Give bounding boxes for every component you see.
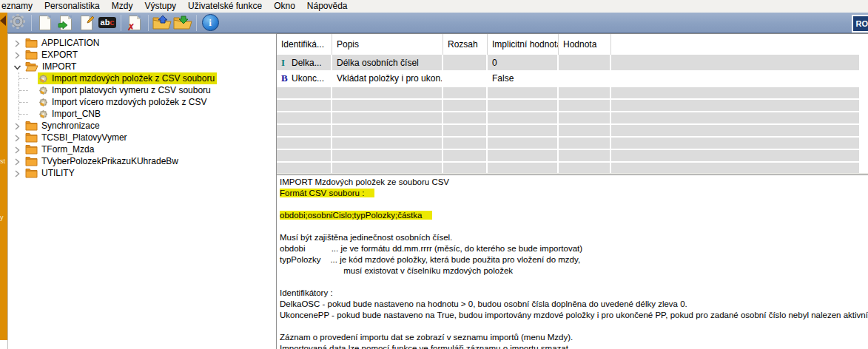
cell-identifier: I Delka...	[277, 55, 332, 70]
new-document-button[interactable]	[36, 13, 55, 33]
tree-item-label: TCSBI_PlatovyVymer	[41, 132, 127, 143]
cell-identifier: B Ukonc...	[277, 70, 332, 86]
description-line: musí existovat v číselníku mzdových polo…	[280, 265, 868, 277]
empty-grid-rows	[277, 87, 868, 174]
tree-item[interactable]: IMPORT	[8, 61, 276, 72]
info-button[interactable]: i	[201, 13, 220, 33]
rename-button[interactable]: abc	[98, 13, 117, 33]
tree-item[interactable]: UTILITY	[8, 167, 276, 179]
menu-item[interactable]: Nápověda	[301, 0, 354, 13]
tree-item-label: Import_CNB	[52, 109, 101, 119]
node-icon	[25, 121, 38, 131]
tree-item-label: APPLICATION	[41, 38, 99, 48]
delete-document-button[interactable]: ✗	[125, 13, 144, 33]
chevron-icon[interactable]	[13, 134, 21, 142]
tree-item[interactable]: EXPORT	[8, 49, 276, 61]
description-line: DelkaOSC - pokud bude nastaveno na hodno…	[280, 299, 868, 310]
chevron-icon[interactable]	[13, 146, 21, 154]
node-icon	[38, 98, 48, 107]
cell-popis: Délka osobních čísel	[332, 55, 443, 70]
import-document-button[interactable]	[56, 13, 75, 33]
chevron-icon[interactable]	[13, 51, 21, 59]
tree-item-label: TVyberPolozekPrikazuKUhradeBw	[41, 156, 178, 166]
menu-item[interactable]: Personalistika	[38, 0, 106, 13]
cell-implicitni: 0	[488, 55, 559, 70]
description-line: UkoncenePP - pokud bude nastaveno na Tru…	[280, 310, 868, 321]
abc-icon: abc	[98, 17, 117, 28]
description-line: Identifikátory :	[280, 288, 868, 299]
column-header-hodnota[interactable]: Hodnota	[559, 34, 611, 55]
description-line	[280, 321, 868, 332]
collapse-arrow-icon[interactable]	[0, 16, 6, 26]
node-icon	[25, 50, 38, 60]
type-letter-icon: I	[281, 57, 292, 69]
description-line: Formát CSV souboru :	[280, 188, 868, 199]
chevron-icon[interactable]	[13, 39, 21, 47]
menu-item[interactable]: eznamy	[0, 0, 38, 13]
tree-item[interactable]: TForm_Mzda	[8, 143, 276, 155]
grid-header: Identifiká... Popis Rozsah Implicitní ho…	[277, 34, 859, 55]
open-folder-export-icon	[173, 16, 192, 30]
chevron-icon[interactable]	[13, 169, 21, 177]
description-panel: IMPORT Mzdových položek ze souboru CSV F…	[277, 174, 868, 349]
column-header-rozsah[interactable]: Rozsah	[443, 34, 488, 55]
tree-item[interactable]: Import platovych vymeru z CSV souboru	[8, 84, 276, 96]
node-icon	[25, 61, 38, 72]
tree-item[interactable]: TCSBI_PlatovyVymer	[8, 132, 276, 143]
menu-item[interactable]: Okno	[268, 0, 301, 13]
description-line	[280, 199, 868, 210]
tree-item[interactable]: Synchronizace	[8, 120, 276, 132]
column-header-identifier[interactable]: Identifiká...	[277, 34, 332, 55]
tree-item-label: Import vícero mzdových položek z CSV	[52, 97, 206, 107]
column-header-implicitni[interactable]: Implicitní hodnota	[488, 34, 559, 55]
table-row[interactable]: I Delka... Délka osobních čísel 0	[277, 55, 859, 70]
tree-item[interactable]: Import_CNB	[8, 108, 276, 120]
menu-item[interactable]: Mzdy	[106, 0, 139, 13]
description-line: Musí být zajištěna jedinečnost osobních …	[280, 232, 868, 243]
side-panel-label: y	[0, 214, 4, 221]
cell-hodnota	[559, 70, 611, 86]
table-row[interactable]: B Ukonc... Vkládat položky i pro ukon...…	[277, 70, 859, 86]
grid-rows: I Delka... Délka osobních čísel 0 B Ukon…	[277, 55, 868, 86]
empty-table-row	[277, 112, 859, 123]
chevron-icon[interactable]	[13, 157, 21, 166]
column-header-popis[interactable]: Popis	[332, 34, 443, 55]
cell-hodnota	[559, 55, 611, 70]
new-document-icon	[39, 16, 51, 30]
toolbar: abc ✗ i RO	[7, 13, 868, 33]
settings-button[interactable]	[8, 13, 27, 33]
chevron-icon[interactable]	[13, 122, 21, 130]
menu-item[interactable]: Výstupy	[138, 0, 182, 13]
tree-item[interactable]: TVyberPolozekPrikazuKUhradeBw	[8, 155, 276, 167]
tree-item-label: TForm_Mzda	[41, 144, 94, 155]
function-tree-panel: APPLICATION EXPORT IMPORT	[7, 33, 276, 349]
menu-item[interactable]: Uživatelské funkce	[182, 0, 268, 13]
tree-item-label: EXPORT	[41, 50, 78, 60]
tree-item[interactable]: Import vícero mzdových položek z CSV	[8, 96, 276, 108]
tree-connector	[18, 84, 38, 96]
edit-document-button[interactable]	[77, 13, 96, 33]
collapsed-side-panel[interactable]: st y	[0, 13, 7, 340]
description-line	[280, 277, 868, 288]
tree-connector	[18, 72, 38, 84]
tree-item-label: IMPORT	[42, 61, 76, 72]
open-export-folder-button[interactable]	[173, 13, 192, 33]
tree-item[interactable]: Import mzdových položek z CSV souboru	[8, 72, 276, 84]
open-import-folder-button[interactable]	[152, 13, 172, 33]
tree-item-label: Synchronizace	[41, 121, 100, 131]
node-icon	[25, 168, 38, 178]
gear-icon	[9, 13, 27, 33]
node-icon	[25, 156, 38, 166]
menu-bar: eznamy Personalistika Mzdy Výstupy Uživa…	[0, 0, 868, 13]
cell-empty	[611, 70, 859, 86]
cell-rozsah	[443, 55, 488, 70]
parameters-grid: Identifiká... Popis Rozsah Implicitní ho…	[277, 33, 868, 174]
toolbar-separator	[121, 15, 121, 31]
node-icon	[25, 38, 38, 48]
description-line: Záznam o provedení importu dat se zobraz…	[280, 332, 868, 343]
cell-implicitni: False	[488, 70, 559, 86]
chevron-icon[interactable]	[13, 63, 21, 71]
empty-table-row	[277, 100, 859, 111]
tree-item[interactable]: APPLICATION	[8, 37, 276, 49]
column-header-empty	[611, 34, 859, 55]
